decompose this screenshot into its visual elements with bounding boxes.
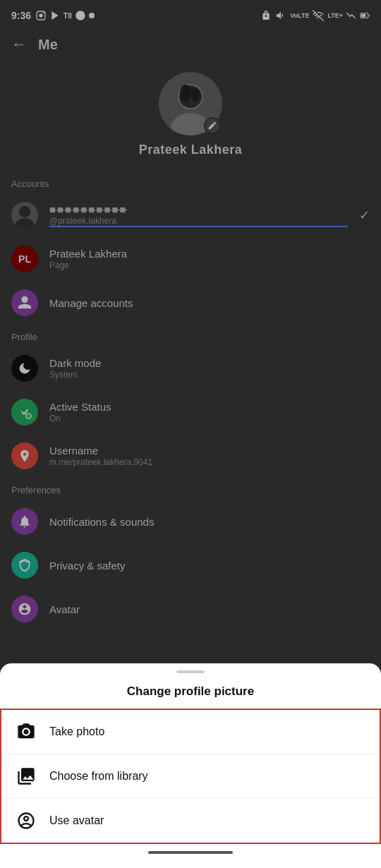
- avatar-icon: [11, 596, 38, 622]
- privacy-item[interactable]: Privacy & safety: [0, 543, 381, 587]
- privacy-text: Privacy & safety: [49, 560, 370, 572]
- notifications-icon: [11, 508, 38, 535]
- avatar-label: Avatar: [49, 603, 370, 615]
- svg-rect-7: [369, 15, 370, 16]
- svg-point-5: [89, 13, 95, 18]
- notifications-text: Notifications & sounds: [49, 516, 370, 528]
- back-button[interactable]: ←: [11, 35, 27, 54]
- account-item-page[interactable]: PL Prateek Lakhera Page: [0, 237, 381, 281]
- bottom-nav-handle: [148, 851, 233, 854]
- options-box: Take photo Choose from library Use avata…: [0, 709, 381, 844]
- svg-rect-8: [361, 14, 365, 18]
- account-text-2: Prateek Lakhera Page: [49, 248, 370, 270]
- active-status-label: Active Status: [49, 401, 370, 413]
- svg-text:PL: PL: [18, 253, 31, 265]
- camera-icon: [16, 721, 37, 742]
- status-time: 9:36 TII: [11, 10, 95, 21]
- dark-mode-item[interactable]: Dark mode System: [0, 346, 381, 390]
- library-icon: [16, 766, 37, 787]
- active-status-icon: [11, 399, 38, 426]
- account-check-1: ✓: [359, 207, 370, 223]
- status-bar: 9:36 TII VoLTE LTE+: [0, 0, 381, 28]
- active-status-item[interactable]: Active Status On: [0, 390, 381, 434]
- svg-point-4: [75, 11, 85, 20]
- username-subtitle: m.me/prateek.lakhera.9041: [49, 457, 370, 467]
- main-content: ← Me Prateek Lakhera Accounts: [0, 28, 381, 638]
- manage-accounts-label: Manage accounts: [49, 297, 370, 309]
- svg-point-1: [39, 13, 42, 17]
- profile-section-label: Profile: [0, 325, 381, 346]
- svg-point-13: [180, 85, 191, 102]
- username-item[interactable]: Username m.me/prateek.lakhera.9041: [0, 434, 381, 478]
- notifications-item[interactable]: Notifications & sounds: [0, 500, 381, 543]
- profile-section: Prateek Lakhera: [0, 65, 381, 171]
- status-icons-left: TII: [35, 10, 95, 21]
- manage-accounts-icon: [11, 289, 38, 316]
- profile-name: Prateek Lakhera: [139, 143, 243, 157]
- active-status-text: Active Status On: [49, 401, 370, 423]
- account-handle-1: @prateek.lakhera: [49, 216, 348, 226]
- account-avatar-1: [11, 202, 38, 229]
- account-name-2: Prateek Lakhera: [49, 248, 370, 260]
- privacy-icon: [11, 552, 38, 579]
- take-photo-option[interactable]: Take photo: [1, 710, 380, 754]
- svg-point-2: [43, 12, 44, 13]
- bottom-sheet: Change profile picture Take photo Choose…: [0, 663, 381, 868]
- account-text-1: ■■■■■■■■■■ @prateek.lakhera: [49, 203, 348, 227]
- use-avatar-option[interactable]: Use avatar: [1, 798, 380, 843]
- svg-point-16: [19, 206, 30, 217]
- username-icon: [11, 442, 38, 469]
- choose-library-label: Choose from library: [49, 770, 148, 783]
- account-item-active[interactable]: ■■■■■■■■■■ @prateek.lakhera ✓: [0, 193, 381, 237]
- take-photo-label: Take photo: [49, 725, 104, 738]
- page-title: Me: [38, 37, 58, 53]
- account-name-1: ■■■■■■■■■■: [49, 203, 348, 215]
- account-subtitle-2: Page: [49, 260, 370, 270]
- avatar-item[interactable]: Avatar: [0, 587, 381, 631]
- svg-marker-3: [52, 11, 58, 20]
- avatar-edit-badge: [204, 117, 221, 134]
- use-avatar-label: Use avatar: [49, 814, 104, 827]
- account-avatar-2: PL: [11, 246, 38, 272]
- username-label: Username: [49, 445, 370, 457]
- dark-mode-text: Dark mode System: [49, 357, 370, 380]
- sheet-title: Change profile picture: [0, 677, 381, 709]
- svg-point-21: [26, 414, 31, 418]
- avatar-sheet-icon: [16, 810, 37, 831]
- status-icons-right: VoLTE LTE+: [260, 10, 370, 21]
- dark-mode-icon: [11, 355, 38, 382]
- sheet-handle: [176, 670, 205, 673]
- svg-point-14: [191, 88, 200, 102]
- dark-mode-label: Dark mode: [49, 357, 370, 369]
- manage-accounts-item[interactable]: Manage accounts: [0, 281, 381, 325]
- preferences-section-label: Preferences: [0, 478, 381, 500]
- username-text: Username m.me/prateek.lakhera.9041: [49, 445, 370, 467]
- choose-library-option[interactable]: Choose from library: [1, 754, 380, 798]
- notifications-label: Notifications & sounds: [49, 516, 370, 528]
- active-status-subtitle: On: [49, 414, 370, 423]
- dark-mode-subtitle: System: [49, 370, 370, 380]
- accounts-section-label: Accounts: [0, 171, 381, 193]
- privacy-label: Privacy & safety: [49, 560, 370, 572]
- avatar-container[interactable]: [159, 72, 222, 135]
- header: ← Me: [0, 28, 381, 65]
- manage-accounts-text: Manage accounts: [49, 297, 370, 309]
- avatar-text: Avatar: [49, 603, 370, 615]
